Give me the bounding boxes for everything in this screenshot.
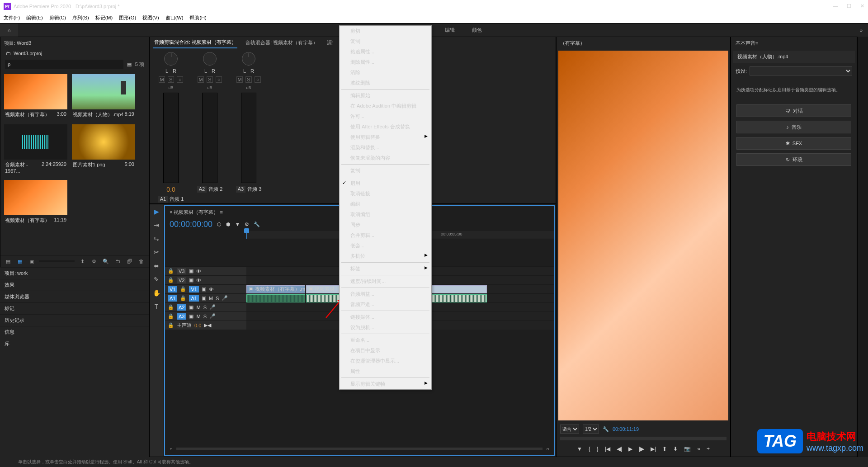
export-btn[interactable]: 📷 <box>684 446 691 452</box>
maximize-icon[interactable]: ☐ <box>847 3 851 9</box>
pan-knob[interactable] <box>203 52 217 66</box>
razor-tool[interactable]: ✂ <box>154 249 159 256</box>
out-btn[interactable]: } <box>597 446 599 452</box>
snap-icon[interactable]: ⬡ <box>217 222 222 227</box>
close-icon[interactable]: ✕ <box>860 3 864 9</box>
rec-button[interactable]: ○ <box>255 76 261 83</box>
panel-project-work[interactable]: 项目: work <box>0 267 149 279</box>
context-menu-item[interactable]: 设为脱机... <box>340 322 431 333</box>
es-sfx-btn[interactable]: ✱SFX <box>736 137 851 150</box>
project-item[interactable]: 音频素材 - 1967...2:24:25920 <box>4 124 67 175</box>
context-menu-item[interactable]: 标签▶ <box>340 264 431 274</box>
solo-button[interactable]: S <box>168 76 174 83</box>
es-preset-select[interactable] <box>750 66 852 75</box>
project-item[interactable]: 视频素材（有字幕）11:19 <box>4 180 67 226</box>
wrench-icon[interactable]: 🔧 <box>254 222 260 227</box>
project-panel-title[interactable]: 项目: Word3 <box>0 37 149 49</box>
menu-file[interactable]: 文件(F) <box>4 14 20 21</box>
menu-clip[interactable]: 剪辑(C) <box>49 14 66 21</box>
context-menu-item[interactable]: 清除 <box>340 67 431 78</box>
goto-in-btn[interactable]: |◀ <box>605 446 610 452</box>
track-select-tool[interactable]: ⇥ <box>154 222 159 229</box>
pen-tool[interactable]: ✎ <box>154 276 159 283</box>
project-item[interactable]: 视频素材（人物）.mp48:19 <box>72 74 135 120</box>
filter-icon[interactable]: ▤ <box>127 61 132 67</box>
slip-tool[interactable]: ⬌ <box>154 262 159 269</box>
es-music-btn[interactable]: ♪音乐 <box>736 121 851 133</box>
context-menu-item[interactable]: 在资源管理器中显示... <box>340 356 431 366</box>
context-menu-item[interactable]: 速度/持续时间... <box>340 276 431 287</box>
freeform-icon[interactable]: ▣ <box>28 258 36 265</box>
mute-button[interactable]: M <box>198 76 204 83</box>
more-btn[interactable]: » <box>697 446 700 452</box>
solo-button[interactable]: S <box>207 76 213 83</box>
step-fwd-btn[interactable]: |▶ <box>639 446 644 452</box>
goto-out-btn[interactable]: ▶| <box>651 446 656 452</box>
in-btn[interactable]: { <box>589 446 590 452</box>
panel-info[interactable]: 信息 <box>0 326 149 338</box>
icon-view-icon[interactable]: ▦ <box>16 258 24 265</box>
sequence-name[interactable]: × 视频素材（有字幕） ≡ <box>170 209 223 216</box>
mixer-tab-source[interactable]: 源: <box>326 38 334 48</box>
panel-markers[interactable]: 标记 <box>0 302 149 314</box>
marker-btn[interactable]: ▼ <box>577 446 582 452</box>
context-menu-item[interactable]: 音频增益... <box>340 289 431 299</box>
context-menu-item[interactable]: 复制 <box>340 36 431 47</box>
es-dialog-btn[interactable]: 🗨对话 <box>736 104 851 117</box>
timecode[interactable]: 00:00:00:00 <box>170 220 212 229</box>
context-menu-item[interactable]: ✓启用 <box>340 178 431 189</box>
level-meter[interactable] <box>241 93 256 183</box>
ripple-tool[interactable]: ⇆ <box>154 235 159 242</box>
step-back-btn[interactable]: ◀| <box>617 446 622 452</box>
auto-seq-icon[interactable]: ⚙ <box>90 258 98 265</box>
sort-icon[interactable]: ⬍ <box>78 258 86 265</box>
wrench-icon[interactable]: 🔧 <box>603 426 609 432</box>
mixer-tab-track[interactable]: 音轨混合器: 视频素材（有字幕） <box>245 38 319 48</box>
solo-button[interactable]: S <box>245 76 252 83</box>
context-menu-item[interactable]: 粘贴属性... <box>340 47 431 57</box>
context-menu-item[interactable]: 删除属性... <box>340 57 431 67</box>
settings-icon[interactable]: ⚙ <box>245 222 249 227</box>
fit-select[interactable]: 适合 <box>560 425 579 434</box>
pan-knob[interactable] <box>242 52 255 66</box>
context-menu-item[interactable]: 属性 <box>340 366 431 377</box>
type-tool[interactable]: T <box>155 303 159 310</box>
find-icon[interactable]: 🔍 <box>102 258 110 265</box>
rec-button[interactable]: ○ <box>216 76 222 83</box>
panel-library[interactable]: 库 <box>0 338 149 349</box>
context-menu-item[interactable]: 在项目中显示 <box>340 345 431 356</box>
link-icon[interactable]: ⬢ <box>226 222 231 227</box>
context-menu-item[interactable]: 渲染和替换... <box>340 142 431 153</box>
video-clip[interactable]: ▣ 视频素材（有字幕）.mp4 [V] <box>246 285 305 293</box>
panel-effects[interactable]: 效果 <box>0 279 149 291</box>
project-search-input[interactable] <box>5 60 123 69</box>
project-item[interactable]: 视频素材（有字幕）3:00 <box>4 74 67 120</box>
menu-graphic[interactable]: 图形(G) <box>119 14 136 21</box>
ws-color[interactable]: 颜色 <box>470 24 484 36</box>
extract-btn[interactable]: ⬇ <box>673 446 678 452</box>
context-menu-item[interactable]: 重命名... <box>340 335 431 345</box>
lift-btn[interactable]: ⬆ <box>662 446 667 452</box>
trash-icon[interactable]: 🗑 <box>137 258 145 265</box>
zoom-select[interactable]: 1/2 <box>583 425 599 434</box>
selection-tool[interactable]: ▶ <box>154 208 159 215</box>
es-ambience-btn[interactable]: ↻环境 <box>736 153 851 166</box>
list-view-icon[interactable]: ▤ <box>4 258 12 265</box>
mute-button[interactable]: M <box>236 76 243 83</box>
minimize-icon[interactable]: — <box>833 3 838 9</box>
monitor-viewport[interactable] <box>558 51 728 420</box>
menu-window[interactable]: 窗口(W) <box>165 14 184 21</box>
home-button[interactable]: ⌂ <box>0 24 18 37</box>
add-btn[interactable]: + <box>707 446 710 452</box>
menu-view[interactable]: 视图(V) <box>142 14 159 21</box>
context-menu-item[interactable]: 显示剪辑关键帧▶ <box>340 379 431 389</box>
panel-media-browser[interactable]: 媒体浏览器 <box>0 291 149 302</box>
marker-icon[interactable]: ▼ <box>235 222 240 227</box>
context-menu-item[interactable]: 编辑原始 <box>340 90 431 101</box>
hand-tool[interactable]: ✋ <box>153 289 160 297</box>
context-menu-item[interactable]: 音频声道... <box>340 299 431 310</box>
context-menu-item[interactable]: 波纹删除 <box>340 78 431 88</box>
ws-overflow[interactable]: » <box>854 28 868 33</box>
ws-edit[interactable]: 编辑 <box>443 24 457 36</box>
project-item[interactable]: 图片素材1.png5:00 <box>72 124 135 175</box>
